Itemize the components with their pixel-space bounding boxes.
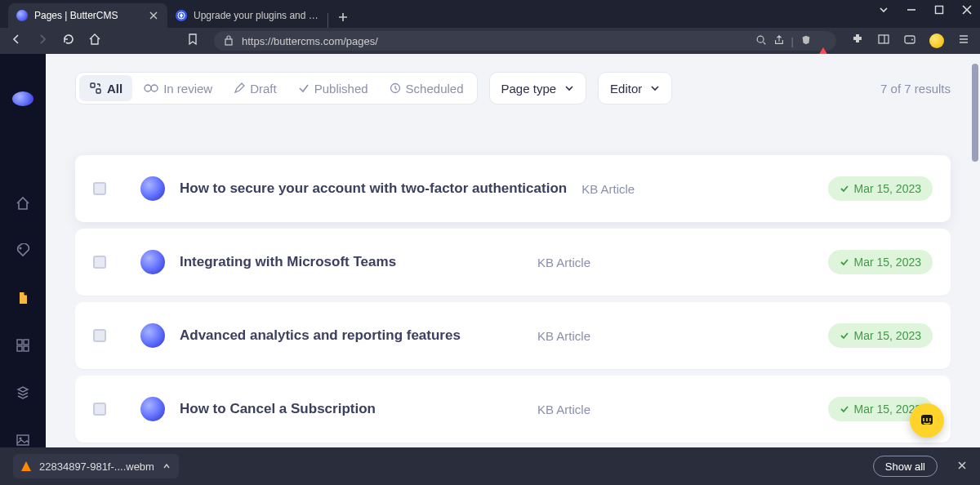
download-chip[interactable]: 22834897-981f-....webm — [13, 454, 179, 478]
badge-date: Mar 15, 2023 — [854, 329, 922, 342]
lock-icon — [222, 33, 235, 49]
editor-dropdown[interactable]: Editor — [598, 72, 672, 105]
page-type-dropdown[interactable]: Page type — [489, 72, 587, 105]
bookmark-icon[interactable] — [186, 33, 199, 49]
page-list: How to secure your account with two-fact… — [75, 155, 951, 443]
sidebar-item-blog[interactable] — [13, 243, 33, 258]
tab-active[interactable]: Pages | ButterCMS — [8, 3, 167, 28]
tab-separator — [327, 13, 328, 28]
wallet-icon[interactable] — [903, 33, 916, 49]
sidebar-item-home[interactable] — [13, 196, 33, 211]
vlc-icon — [21, 461, 31, 471]
filter-draft[interactable]: Draft — [224, 75, 287, 101]
status-filter-group: All In review Draft Published Scheduled — [75, 72, 478, 105]
sidebar-item-media[interactable] — [13, 433, 33, 447]
row-title: How to secure your account with two-fact… — [180, 180, 567, 197]
tab-favicon — [16, 10, 28, 21]
tab-label: Upgrade your plugins and maximize y — [194, 10, 318, 21]
brave-shield-icon[interactable] — [800, 34, 812, 48]
download-bar-close[interactable] — [957, 459, 967, 474]
filter-scheduled[interactable]: Scheduled — [380, 75, 474, 101]
forward-button[interactable] — [36, 33, 49, 49]
content-area: All In review Draft Published Scheduled — [46, 54, 980, 447]
filter-all[interactable]: All — [79, 75, 132, 101]
scrollbar-thumb[interactable] — [972, 64, 978, 162]
warning-icon[interactable] — [818, 35, 828, 47]
row-category: KB Article — [537, 329, 813, 343]
svg-rect-9 — [24, 340, 29, 345]
page-row[interactable]: How to Cancel a Subscription KB Article … — [75, 376, 951, 443]
svg-rect-11 — [24, 346, 29, 351]
filter-in-review[interactable]: In review — [134, 75, 222, 101]
filter-row: All In review Draft Published Scheduled — [75, 72, 951, 105]
results-count: 7 of 7 results — [880, 82, 951, 96]
address-input[interactable]: https://buttercms.com/pages/ | — [214, 31, 836, 51]
close-tab-icon[interactable] — [148, 10, 159, 21]
sidebar-item-pages[interactable] — [13, 291, 33, 305]
zoom-icon[interactable] — [755, 34, 767, 48]
browser-addrbar: https://buttercms.com/pages/ | — [0, 28, 980, 54]
app-sidebar — [0, 54, 46, 447]
row-checkbox[interactable] — [93, 182, 106, 195]
svg-rect-14 — [91, 83, 95, 87]
row-title: How to Cancel a Subscription — [180, 401, 523, 417]
page-row[interactable]: How to secure your account with two-fact… — [75, 155, 951, 222]
row-category: KB Article — [581, 182, 813, 196]
row-checkbox[interactable] — [93, 256, 106, 269]
published-badge: Mar 15, 2023 — [828, 250, 933, 274]
page-row[interactable]: Advanced analytics and reporting feature… — [75, 302, 951, 369]
sidebar-item-collections[interactable] — [13, 338, 33, 353]
download-bar: 22834897-981f-....webm Show all — [0, 447, 980, 485]
tab-second[interactable]: Upgrade your plugins and maximize y — [167, 3, 327, 28]
url-text: https://buttercms.com/pages/ — [242, 35, 749, 47]
share-icon[interactable] — [773, 34, 785, 48]
filter-published[interactable]: Published — [288, 75, 378, 101]
row-category: KB Article — [537, 403, 813, 416]
show-all-downloads-button[interactable]: Show all — [873, 456, 938, 477]
svg-point-7 — [20, 247, 22, 250]
window-close-button[interactable] — [962, 5, 972, 15]
svg-rect-5 — [905, 36, 915, 43]
maximize-button[interactable] — [934, 5, 944, 15]
row-checkbox[interactable] — [93, 403, 106, 416]
svg-point-17 — [151, 85, 158, 91]
filter-label: In review — [163, 82, 212, 96]
back-button[interactable] — [10, 33, 23, 49]
home-button[interactable] — [88, 33, 101, 49]
chevron-down-icon[interactable] — [879, 5, 889, 15]
row-checkbox[interactable] — [93, 329, 106, 342]
extensions-icon[interactable] — [851, 33, 864, 49]
new-tab-button[interactable] — [332, 7, 354, 28]
page-row[interactable]: Integrating with Microsoft Teams KB Arti… — [75, 229, 951, 296]
sidebar-item-components[interactable] — [13, 385, 33, 400]
filter-label: Draft — [250, 82, 277, 96]
chevron-up-icon[interactable] — [163, 462, 171, 470]
row-logo-icon — [140, 176, 165, 201]
row-title: Advanced analytics and reporting feature… — [180, 327, 523, 344]
svg-rect-4 — [879, 35, 889, 43]
reload-button[interactable] — [62, 33, 75, 49]
svg-rect-15 — [96, 89, 100, 93]
profile-avatar[interactable] — [929, 33, 944, 48]
svg-point-3 — [757, 36, 764, 42]
filter-label: Scheduled — [406, 82, 464, 96]
svg-point-16 — [145, 85, 151, 91]
sidepanel-icon[interactable] — [877, 33, 890, 49]
row-category: KB Article — [537, 256, 813, 269]
svg-rect-8 — [17, 340, 22, 345]
menu-icon[interactable] — [957, 33, 970, 49]
row-logo-icon — [140, 250, 165, 274]
minimize-button[interactable] — [906, 5, 916, 15]
dropdown-label: Editor — [610, 82, 642, 96]
svg-point-6 — [911, 39, 913, 41]
svg-rect-2 — [225, 39, 232, 45]
browser-titlebar: Pages | ButterCMS Upgrade your plugins a… — [0, 0, 980, 28]
filter-label: Published — [314, 82, 368, 96]
badge-date: Mar 15, 2023 — [854, 256, 922, 269]
published-badge: Mar 15, 2023 — [828, 176, 933, 201]
download-filename: 22834897-981f-....webm — [39, 461, 154, 473]
intercom-launcher[interactable] — [910, 403, 944, 438]
butter-logo[interactable] — [12, 91, 33, 106]
row-title: Integrating with Microsoft Teams — [180, 254, 523, 270]
svg-rect-12 — [17, 435, 29, 445]
